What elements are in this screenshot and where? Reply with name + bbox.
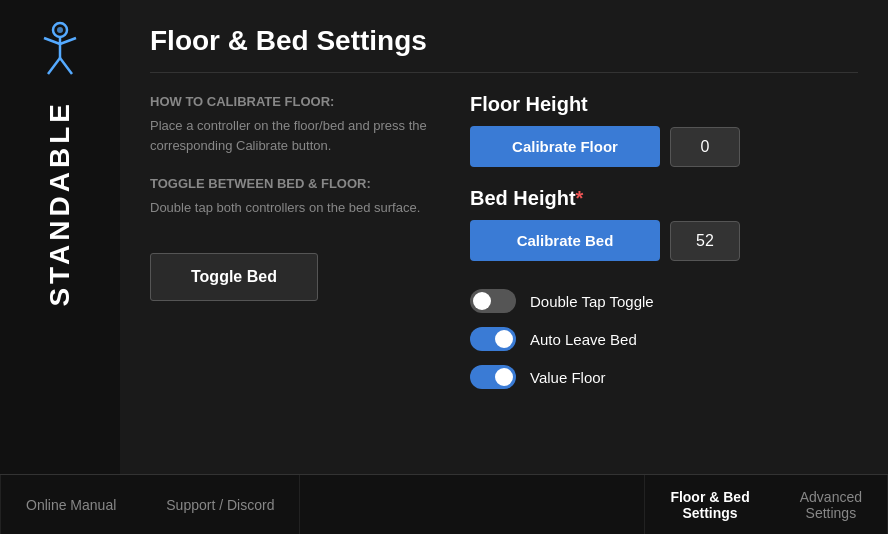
bed-height-row: Calibrate Bed: [470, 220, 858, 261]
calibrate-text: Place a controller on the floor/bed and …: [150, 116, 430, 155]
app-logo: [30, 20, 90, 80]
value-floor-toggle[interactable]: [470, 365, 516, 389]
double-tap-toggle-row: Double Tap Toggle: [470, 289, 858, 313]
svg-point-6: [57, 27, 63, 33]
toggle-instruction: TOGGLE BETWEEN BED & FLOOR: Double tap b…: [150, 175, 430, 218]
double-tap-toggle[interactable]: [470, 289, 516, 313]
value-floor-label: Value Floor: [530, 369, 606, 386]
bed-height-label: Bed Height*: [470, 187, 858, 210]
bed-value-input[interactable]: [670, 221, 740, 261]
toggle-heading: TOGGLE BETWEEN BED & FLOOR:: [150, 175, 430, 193]
floor-value-input[interactable]: [670, 127, 740, 167]
nav-support-discord[interactable]: Support / Discord: [141, 475, 300, 534]
calibrate-heading: HOW TO CALIBRATE FLOOR:: [150, 93, 430, 111]
nav-advanced-settings[interactable]: Advanced Settings: [775, 475, 888, 534]
value-floor-toggle-row: Value Floor: [470, 365, 858, 389]
svg-line-4: [48, 58, 60, 74]
svg-line-3: [60, 38, 76, 44]
nav-online-manual[interactable]: Online Manual: [0, 475, 141, 534]
instructions-panel: HOW TO CALIBRATE FLOOR: Place a controll…: [150, 93, 430, 449]
value-floor-slider: [470, 365, 516, 389]
calibrate-bed-button[interactable]: Calibrate Bed: [470, 220, 660, 261]
svg-line-2: [44, 38, 60, 44]
toggle-text: Double tap both controllers on the bed s…: [150, 198, 430, 218]
page-title: Floor & Bed Settings: [150, 25, 858, 73]
floor-height-label: Floor Height: [470, 93, 858, 116]
double-tap-slider: [470, 289, 516, 313]
calibrate-floor-button[interactable]: Calibrate Floor: [470, 126, 660, 167]
calibrate-instruction: HOW TO CALIBRATE FLOOR: Place a controll…: [150, 93, 430, 155]
main-content: Floor & Bed Settings HOW TO CALIBRATE FL…: [120, 0, 888, 474]
sidebar-title: STANDABLE: [44, 100, 76, 307]
toggle-bed-button[interactable]: Toggle Bed: [150, 253, 318, 301]
double-tap-label: Double Tap Toggle: [530, 293, 654, 310]
floor-height-section: Floor Height Calibrate Floor: [470, 93, 858, 167]
sidebar: STANDABLE: [0, 0, 120, 474]
svg-line-5: [60, 58, 72, 74]
settings-panel: Floor Height Calibrate Floor Bed Height*…: [470, 93, 858, 449]
bottom-nav: Online Manual Support / Discord Floor & …: [0, 474, 888, 534]
auto-leave-bed-label: Auto Leave Bed: [530, 331, 637, 348]
toggles-section: Double Tap Toggle Auto Leave Bed: [470, 289, 858, 389]
bed-height-section: Bed Height* Calibrate Bed: [470, 187, 858, 261]
floor-height-row: Calibrate Floor: [470, 126, 858, 167]
nav-floor-bed-settings[interactable]: Floor & Bed Settings: [644, 475, 774, 534]
auto-leave-bed-slider: [470, 327, 516, 351]
auto-leave-bed-toggle-row: Auto Leave Bed: [470, 327, 858, 351]
auto-leave-bed-toggle[interactable]: [470, 327, 516, 351]
